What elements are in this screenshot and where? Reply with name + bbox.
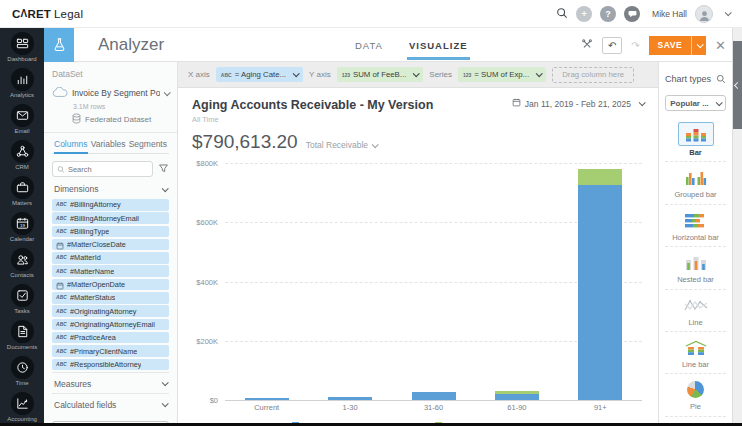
cloud-icon (52, 84, 68, 102)
chevron-down-icon (162, 185, 169, 192)
sidebar-item-matters[interactable]: Matters (0, 172, 44, 208)
filter-funnel-icon[interactable] (158, 160, 169, 178)
save-dropdown-caret[interactable] (691, 36, 706, 55)
text-type-icon: ABC (56, 269, 67, 274)
date-range-selector[interactable]: Jan 11, 2019 - Feb 21, 2025 (512, 98, 644, 109)
tab-columns[interactable]: Columns (54, 139, 88, 153)
save-button[interactable]: SAVE (649, 36, 692, 55)
dimension-matterstatus[interactable]: ABC #MatterStatus (52, 292, 169, 304)
chart-type-line-bar[interactable]: Line bar (665, 331, 726, 373)
dataset-name: Invoice By Segment Pow.. (72, 88, 160, 98)
dimension-matterclosedate[interactable]: #MatterCloseDate (52, 239, 169, 251)
chart-type-bar[interactable]: Bar (665, 117, 726, 161)
dimensions-section-header[interactable]: Dimensions (52, 178, 169, 198)
crm-icon (11, 140, 34, 163)
panel-collapse-handle[interactable] (733, 41, 742, 129)
calendar-icon (56, 276, 64, 294)
bar-91[interactable] (578, 169, 622, 400)
dataset-caret-icon[interactable] (164, 89, 171, 96)
sidebar-item-contacts[interactable]: Contacts (0, 244, 44, 280)
y-axis-pill[interactable]: 123 SUM of FeeB... (337, 67, 424, 82)
text-type-icon: ABC (56, 255, 67, 260)
calendar-icon (512, 98, 521, 109)
chart-type-list: Bar Grouped bar Horizontal bar Nested ba… (665, 117, 726, 426)
bar-current[interactable] (245, 398, 289, 400)
series-pill[interactable]: 123 = SUM of Exp... (458, 67, 546, 82)
measures-section-header[interactable]: Measures (52, 372, 169, 393)
tab-visualize[interactable]: VISUALIZE (409, 28, 468, 62)
dimension-mattername[interactable]: ABC #MatterName (52, 265, 169, 277)
documents-icon (11, 320, 34, 343)
chevron-down-icon (162, 401, 169, 408)
sidebar-item-documents[interactable]: Documents (0, 316, 44, 352)
calculated-fields-section-header[interactable]: Calculated fields (52, 393, 169, 414)
x-axis-pill[interactable]: ABC = Aging Cate... (216, 67, 303, 82)
bar-61-90[interactable] (495, 391, 539, 400)
redo-button[interactable]: ↷ (631, 40, 639, 51)
sidebar-item-analytics[interactable]: Analytics (0, 64, 44, 100)
tab-segments[interactable]: Segments (129, 139, 167, 153)
bar-31-60[interactable] (412, 392, 456, 400)
total-receivable-selector[interactable]: Total Receivable (306, 140, 377, 150)
tab-variables[interactable]: Variables (91, 139, 126, 153)
chart-types-filter-dropdown[interactable]: Popular ... (665, 95, 726, 111)
dimension-billingattorney[interactable]: ABC #BillingAttorney (52, 199, 169, 211)
text-type-icon: ABC (56, 229, 67, 234)
dataset-type: Federated Dataset (72, 113, 169, 126)
add-button[interactable]: + (576, 6, 592, 22)
dimension-matterid[interactable]: ABC #MatterId (52, 252, 169, 264)
sidebar-item-calendar[interactable]: 19 Calendar (0, 208, 44, 244)
y-axis-ticks: $800K$600K$400K$200K$0 (192, 163, 221, 400)
dimension-practicearea[interactable]: ABC #PracticeArea (52, 332, 169, 344)
user-menu-caret-icon[interactable] (725, 9, 732, 16)
grouped-chart-icon (679, 167, 713, 188)
sidebar-item-crm[interactable]: CRM (0, 136, 44, 172)
help-button[interactable]: ? (600, 6, 616, 22)
dimension-list: ABC #BillingAttorney ABC #BillingAttorne… (52, 199, 169, 370)
chart-types-search-icon[interactable] (716, 70, 726, 88)
dimension-originatingattorneyemail[interactable]: ABC #OriginatingAttorneyEmail (52, 319, 169, 331)
chart-type-nested-bar[interactable]: Nested bar (665, 246, 726, 288)
dimension-matteropendate[interactable]: #MatterOpenDate (52, 279, 169, 291)
avatar[interactable] (695, 5, 713, 23)
dimension-originatingattorney[interactable]: ABC #OriginatingAttorney (52, 305, 169, 317)
sidebar-item-accounting[interactable]: Accounting (0, 388, 44, 424)
sidebar-item-email[interactable]: Email (0, 100, 44, 136)
chart-title: Aging Accounts Receivable - My Version (192, 98, 433, 112)
text-type-icon: ABC (56, 322, 67, 327)
time-icon (11, 356, 34, 379)
panel-tabs: ColumnsVariablesSegments (52, 133, 169, 154)
tab-data[interactable]: DATA (355, 28, 383, 62)
dimension-responsibleattorney[interactable]: ABC #ResponsibleAttorney (52, 359, 169, 371)
horizontal-chart-icon (679, 210, 713, 231)
tasks-icon (11, 284, 34, 307)
sidebar-item-tasks[interactable]: Tasks (0, 280, 44, 316)
dimension-billingtype[interactable]: ABC #BillingType (52, 226, 169, 238)
sidebar-item-dashboard[interactable]: Dashboard (0, 28, 44, 64)
chart-type-pie[interactable]: Pie (665, 373, 726, 415)
chart-type-line[interactable]: Line (665, 289, 726, 331)
search-icon[interactable] (556, 5, 568, 23)
tools-icon[interactable] (581, 36, 593, 54)
dimension-billingattorneyemail[interactable]: ABC #BillingAttorneyEmail (52, 212, 169, 224)
bar-1-30[interactable] (328, 397, 372, 400)
dataset-selector[interactable]: Invoice By Segment Pow.. (52, 84, 169, 102)
chart-types-panel: Chart types Popular ... Bar Grouped bar … (658, 62, 732, 426)
chat-button[interactable] (624, 6, 640, 22)
search-input[interactable] (52, 161, 153, 177)
sidebar-item-time[interactable]: Time (0, 352, 44, 388)
chart-type-horizontal-bar[interactable]: Horizontal bar (665, 204, 726, 246)
close-icon[interactable]: ✕ (715, 39, 726, 52)
text-type-icon: ABC (56, 309, 67, 314)
dimension-primaryclientname[interactable]: ABC #PrimaryClientName (52, 345, 169, 357)
drag-column-dropzone[interactable]: Drag column here (552, 67, 634, 83)
caret-legal-logo[interactable]: CΛRETLegal (12, 8, 83, 20)
undo-button[interactable]: ↶ (602, 37, 622, 54)
database-icon (72, 113, 81, 126)
chart-type-grouped-bar[interactable]: Grouped bar (665, 161, 726, 203)
fee-segment (328, 397, 372, 400)
scrollbar[interactable] (732, 28, 742, 426)
accounting-icon (11, 392, 34, 415)
main-tabs: DATAVISUALIZE (355, 28, 468, 62)
y-axis-label: Y axis (309, 70, 331, 79)
